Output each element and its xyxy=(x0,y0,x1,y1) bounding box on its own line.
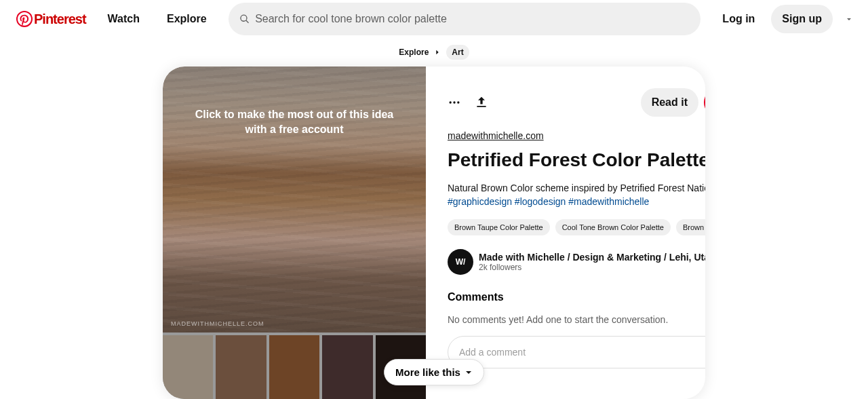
hashtag[interactable]: #logodesign xyxy=(515,196,566,207)
read-it-button[interactable]: Read it xyxy=(641,88,698,117)
chevron-down-icon[interactable] xyxy=(841,11,857,27)
pinterest-icon xyxy=(16,11,33,27)
pin-description: Natural Brown Color scheme inspired by P… xyxy=(448,182,705,208)
svg-point-1 xyxy=(450,101,452,103)
hashtag[interactable]: #madewithmichelle xyxy=(568,196,649,207)
signup-overlay-text: Click to make the most out of this idea … xyxy=(163,107,426,138)
chevron-right-icon xyxy=(434,49,441,56)
search-icon xyxy=(239,14,250,24)
nav-watch[interactable]: Watch xyxy=(97,5,151,33)
creator-followers: 2k followers xyxy=(479,263,705,272)
svg-point-2 xyxy=(453,101,455,103)
more-icon[interactable] xyxy=(448,96,461,109)
breadcrumb-explore[interactable]: Explore xyxy=(399,48,429,57)
logo-text: Pinterest xyxy=(34,12,86,27)
pin-title: Petrified Forest Color Palette xyxy=(448,149,705,171)
share-icon[interactable] xyxy=(475,96,488,109)
comment-input[interactable] xyxy=(459,347,705,358)
tag-pill[interactable]: Cool Tone Brown Color Palette xyxy=(555,219,671,235)
tag-pill[interactable]: Brown Colors Aest xyxy=(676,219,705,235)
pin-media[interactable]: Click to make the most out of this idea … xyxy=(163,66,426,399)
header: Pinterest Watch Explore Log in Sign up xyxy=(0,0,868,38)
signup-button[interactable]: Sign up xyxy=(771,5,833,33)
swatch-2 xyxy=(216,335,266,399)
comment-box[interactable]: 😍 xyxy=(448,336,705,368)
comments-empty: No comments yet! Add one to start the co… xyxy=(448,314,705,325)
creator[interactable]: W/ Made with Michelle / Design & Marketi… xyxy=(448,249,705,275)
comments-heading: Comments xyxy=(448,291,705,303)
hashtag[interactable]: #graphicdesign xyxy=(448,196,512,207)
swatch-3 xyxy=(269,335,319,399)
login-button[interactable]: Log in xyxy=(711,5,766,33)
breadcrumb-current[interactable]: Art xyxy=(446,45,469,60)
nav-explore[interactable]: Explore xyxy=(156,5,218,33)
watermark: MADEWITHMICHELLE.COM xyxy=(171,320,264,327)
breadcrumb: Explore Art xyxy=(0,38,868,66)
swatch-4 xyxy=(322,335,372,399)
avatar: W/ xyxy=(448,249,473,275)
pin-details: Read it Save madewithmichelle.com Petrif… xyxy=(426,66,705,399)
pin-card: Click to make the most out of this idea … xyxy=(163,66,705,399)
search-bar[interactable] xyxy=(229,3,701,35)
swatch-1 xyxy=(163,335,213,399)
pin-image: Click to make the most out of this idea … xyxy=(163,66,426,332)
more-like-this-button[interactable]: More like this xyxy=(384,359,484,385)
related-tags: Brown Taupe Color Palette Cool Tone Brow… xyxy=(448,219,705,235)
chevron-down-icon xyxy=(465,368,473,377)
svg-point-3 xyxy=(457,101,459,103)
search-input[interactable] xyxy=(255,13,690,25)
save-button[interactable]: Save xyxy=(704,88,705,117)
creator-name: Made with Michelle / Design & Marketing … xyxy=(479,252,705,263)
source-link[interactable]: madewithmichelle.com xyxy=(448,130,705,141)
logo[interactable]: Pinterest xyxy=(11,5,92,33)
tag-pill[interactable]: Brown Taupe Color Palette xyxy=(448,219,550,235)
